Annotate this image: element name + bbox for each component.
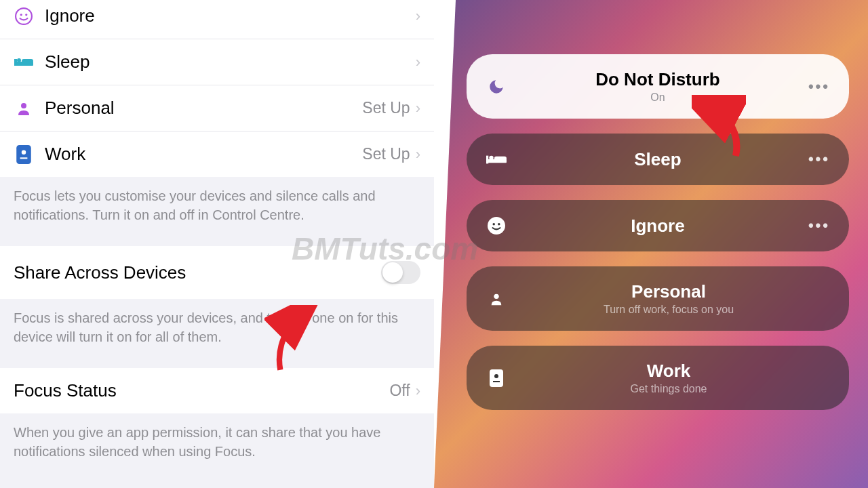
svg-point-21 [494, 374, 498, 378]
share-across-card: Share Across Devices [0, 246, 434, 299]
focus-row-work[interactable]: Work Set Up › [0, 131, 434, 177]
svg-rect-22 [493, 381, 500, 382]
more-dots-icon[interactable]: ••• [808, 78, 830, 96]
share-footer-text: Focus is shared across your devices, and… [0, 299, 434, 356]
cc-title: Work [507, 361, 830, 382]
svg-point-16 [488, 217, 505, 235]
row-label: Ignore [45, 5, 416, 26]
svg-rect-13 [486, 156, 488, 164]
bed-icon [14, 52, 34, 73]
row-label: Focus Status [14, 380, 389, 401]
focus-status-card: Focus Status Off › [0, 368, 434, 413]
cc-subtitle: Turn off work, focus on you [507, 304, 830, 316]
more-dots-icon[interactable]: ••• [808, 150, 830, 168]
svg-point-7 [21, 103, 26, 108]
row-action: Set Up [362, 99, 410, 117]
focus-row-sleep[interactable]: Sleep › [0, 39, 434, 85]
row-label: Personal [45, 98, 362, 119]
chevron-right-icon: › [416, 382, 420, 400]
smiley-icon [14, 6, 34, 26]
status-footer-text: When you give an app permission, it can … [0, 413, 434, 470]
cc-subtitle: On [507, 92, 808, 104]
settings-focus-panel: Ignore › Sleep › Personal Set Up › Work … [0, 0, 434, 488]
chevron-right-icon: › [416, 7, 420, 25]
svg-point-17 [492, 223, 494, 225]
badge-icon [486, 367, 507, 389]
svg-point-18 [498, 223, 500, 225]
svg-point-9 [22, 150, 26, 154]
cc-item-personal[interactable]: Personal Turn off work, focus on you [467, 266, 849, 331]
cc-item-ignore[interactable]: Ignore ••• [467, 200, 849, 251]
chevron-right-icon: › [416, 100, 420, 117]
cc-title: Personal [507, 281, 830, 302]
cc-title: Sleep [507, 149, 808, 170]
bed-icon [486, 148, 507, 170]
status-value: Off [389, 382, 410, 400]
chevron-right-icon: › [416, 146, 420, 163]
row-label: Share Across Devices [14, 262, 381, 283]
cc-item-sleep[interactable]: Sleep ••• [467, 134, 849, 185]
cc-item-work[interactable]: Work Get things done [467, 346, 849, 410]
svg-rect-10 [20, 157, 28, 159]
share-across-toggle[interactable] [381, 261, 420, 284]
focus-footer-text: Focus lets you customise your devices an… [0, 177, 434, 234]
control-center-focus-panel: Do Not Disturb On ••• Sleep ••• Ignore •… [434, 0, 868, 488]
svg-point-19 [494, 293, 498, 298]
svg-rect-6 [22, 59, 33, 63]
row-label: Sleep [45, 52, 416, 73]
focus-row-ignore[interactable]: Ignore › [0, 0, 434, 39]
focus-modes-list: Ignore › Sleep › Personal Set Up › Work … [0, 0, 434, 177]
svg-point-2 [25, 14, 27, 16]
cc-title: Ignore [507, 216, 808, 237]
svg-point-1 [20, 14, 22, 16]
more-dots-icon[interactable]: ••• [808, 217, 830, 235]
share-across-devices-row[interactable]: Share Across Devices [0, 246, 434, 299]
person-icon [14, 98, 34, 119]
moon-icon [486, 76, 507, 98]
chevron-right-icon: › [416, 54, 420, 71]
focus-status-row[interactable]: Focus Status Off › [0, 368, 434, 413]
svg-rect-4 [14, 59, 17, 66]
row-label: Work [45, 144, 362, 165]
cc-title: Do Not Disturb [507, 69, 808, 90]
svg-point-0 [16, 8, 32, 24]
cc-item-do-not-disturb[interactable]: Do Not Disturb On ••• [467, 54, 849, 119]
svg-rect-15 [494, 157, 507, 161]
focus-row-personal[interactable]: Personal Set Up › [0, 85, 434, 131]
badge-icon [14, 144, 34, 165]
person-icon [486, 288, 507, 310]
row-action: Set Up [362, 145, 410, 163]
smiley-icon [486, 215, 507, 237]
svg-point-14 [489, 156, 493, 160]
cc-subtitle: Get things done [507, 383, 830, 395]
svg-point-5 [17, 58, 21, 62]
